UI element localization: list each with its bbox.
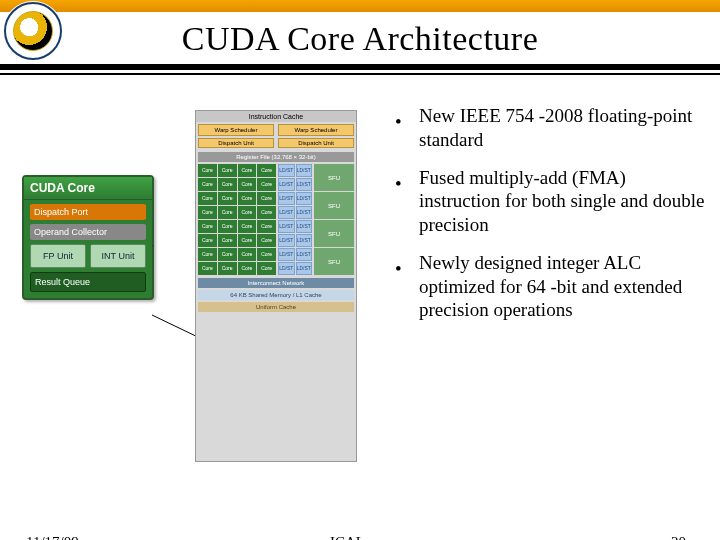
fp-unit: FP Unit [30, 244, 86, 268]
cuda-core-cell: Core [218, 178, 237, 191]
dispatch-unit-1: Dispatch Unit [278, 138, 354, 148]
ldst-cell: LD/ST [278, 178, 295, 191]
ldst-cell: LD/ST [296, 178, 313, 191]
cuda-core-cell: Core [257, 248, 276, 261]
dispatch-unit-0: Dispatch Unit [198, 138, 274, 148]
bullet-icon: • [395, 104, 401, 152]
ldst-cell: LD/ST [278, 262, 295, 275]
cuda-core-cell: Core [218, 262, 237, 275]
cuda-core-header: CUDA Core [24, 177, 152, 200]
execution-units: FP Unit INT Unit [30, 244, 146, 268]
ldst-cell: LD/ST [296, 164, 313, 177]
cuda-core-cell: Core [218, 164, 237, 177]
accent-bar [0, 0, 720, 12]
dispatch-port: Dispatch Port [30, 204, 146, 220]
cuda-core-cell: Core [238, 248, 257, 261]
slide: CUDA Core Architecture CUDA Core Dispatc… [0, 0, 720, 540]
bullet-text: Newly designed integer ALC optimized for… [419, 251, 705, 322]
uniform-cache: Uniform Cache [198, 302, 354, 312]
logo-inner [13, 11, 53, 51]
ldst-cell: LD/ST [278, 164, 295, 177]
cuda-core-cell: Core [218, 248, 237, 261]
cuda-core-cell: Core [257, 206, 276, 219]
title-rule-thick [0, 64, 720, 70]
register-file: Register File (32,768 × 32-bit) [198, 152, 354, 162]
cuda-core-cell: Core [257, 262, 276, 275]
sfu-cell: SFU [314, 192, 354, 219]
ldst-cell: LD/ST [296, 206, 313, 219]
result-queue: Result Queue [30, 272, 146, 292]
ldst-cell: LD/ST [278, 234, 295, 247]
ldst-cell: LD/ST [296, 234, 313, 247]
operand-collector: Operand Collector [30, 224, 146, 240]
bullet-icon: • [395, 251, 401, 322]
sm-diagram: Instruction Cache Warp Scheduler Warp Sc… [195, 110, 357, 462]
slide-title: CUDA Core Architecture [0, 20, 720, 58]
ldst-cell: LD/ST [278, 206, 295, 219]
shared-l1-cache: 64 KB Shared Memory / L1 Cache [198, 290, 354, 300]
cuda-core-cell: Core [257, 220, 276, 233]
bullet-icon: • [395, 166, 401, 237]
bullet-text: Fused multiply-add (FMA) instruction for… [419, 166, 705, 237]
cuda-core-cell: Core [257, 178, 276, 191]
warp-scheduler-1: Warp Scheduler [278, 124, 354, 136]
sfu-cell: SFU [314, 220, 354, 247]
cuda-core-cell: Core [198, 178, 217, 191]
cuda-core-cell: Core [238, 262, 257, 275]
cuda-core-cell: Core [238, 178, 257, 191]
cuda-core-cell: Core [198, 248, 217, 261]
cuda-core-cell: Core [238, 220, 257, 233]
ldst-cell: LD/ST [278, 220, 295, 233]
cuda-core-cell: Core [257, 234, 276, 247]
footer-page: 20 [671, 534, 686, 540]
ldst-column: LD/STLD/STLD/STLD/STLD/STLD/STLD/STLD/ST… [278, 164, 312, 275]
sfu-cell: SFU [314, 248, 354, 275]
topbar: CUDA Core Architecture [0, 0, 720, 70]
cuda-core-cell: Core [238, 164, 257, 177]
content-area: CUDA Core Dispatch Port Operand Collecto… [0, 90, 720, 490]
cuda-core-cell: Core [198, 206, 217, 219]
cuda-core-block: CUDA Core Dispatch Port Operand Collecto… [22, 175, 154, 300]
cuda-core-cell: Core [198, 192, 217, 205]
warp-scheduler-0: Warp Scheduler [198, 124, 274, 136]
cuda-core-cell: Core [218, 192, 237, 205]
sfu-column: SFUSFUSFUSFU [314, 164, 354, 275]
ldst-cell: LD/ST [296, 192, 313, 205]
footer-date: 11/17/09 [26, 534, 79, 540]
footer-center: ICAL [330, 534, 365, 540]
cuda-core-cell: Core [257, 164, 276, 177]
cuda-core-cell: Core [218, 234, 237, 247]
core-column: CoreCoreCoreCoreCoreCoreCoreCoreCoreCore… [198, 164, 276, 275]
ldst-cell: LD/ST [296, 248, 313, 261]
cuda-core-cell: Core [218, 220, 237, 233]
interconnect-network: Interconnect Network [198, 278, 354, 288]
title-rule-thin [0, 73, 720, 75]
cuda-core-cell: Core [198, 164, 217, 177]
sfu-cell: SFU [314, 164, 354, 191]
ldst-cell: LD/ST [278, 192, 295, 205]
ldst-cell: LD/ST [296, 220, 313, 233]
core-grid: CoreCoreCoreCoreCoreCoreCoreCoreCoreCore… [198, 164, 354, 275]
cuda-core-cell: Core [198, 220, 217, 233]
ldst-cell: LD/ST [278, 248, 295, 261]
ldst-cell: LD/ST [296, 262, 313, 275]
cuda-core-cell: Core [257, 192, 276, 205]
bullet-item: •New IEEE 754 -2008 floating-point stand… [395, 104, 705, 152]
instruction-cache: Instruction Cache [196, 111, 356, 122]
cuda-core-cell: Core [238, 234, 257, 247]
cuda-core-cell: Core [218, 206, 237, 219]
cuda-core-cell: Core [198, 262, 217, 275]
int-unit: INT Unit [90, 244, 146, 268]
bullet-item: •Newly designed integer ALC optimized fo… [395, 251, 705, 322]
cuda-core-cell: Core [198, 234, 217, 247]
cuda-core-cell: Core [238, 206, 257, 219]
bullet-list: •New IEEE 754 -2008 floating-point stand… [395, 104, 705, 336]
bullet-text: New IEEE 754 -2008 floating-point standa… [419, 104, 705, 152]
bullet-item: •Fused multiply-add (FMA) instruction fo… [395, 166, 705, 237]
cuda-core-cell: Core [238, 192, 257, 205]
university-logo [4, 2, 62, 60]
